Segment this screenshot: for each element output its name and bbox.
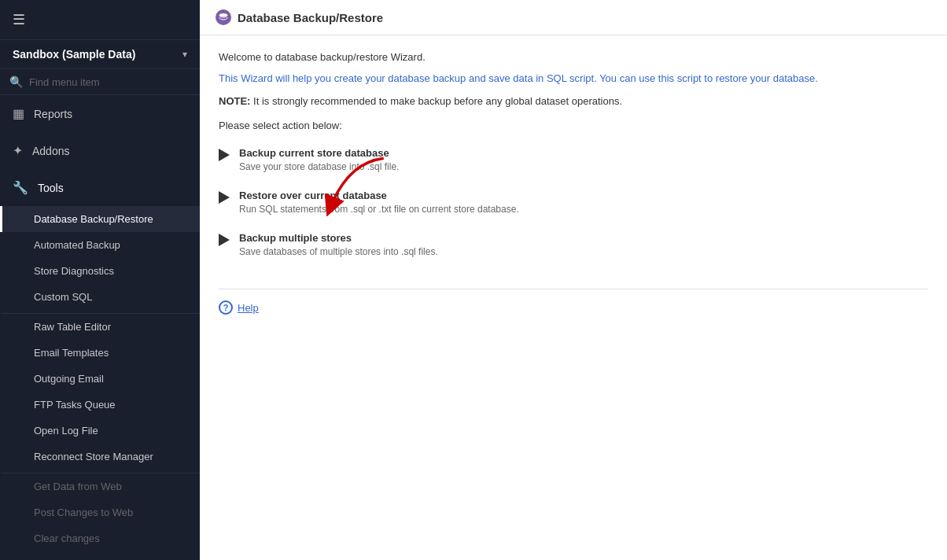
svg-point-0 bbox=[219, 13, 227, 17]
help-icon: ? bbox=[219, 300, 233, 315]
sidebar-header: ☰ bbox=[0, 0, 200, 40]
help-section: ? Help bbox=[219, 289, 928, 326]
reports-icon: ▦ bbox=[13, 106, 24, 121]
store-diagnostics-label: Store Diagnostics bbox=[34, 265, 114, 277]
search-bar: 🔍 bbox=[0, 69, 200, 95]
sidebar-item-open-log-file[interactable]: Open Log File bbox=[0, 418, 200, 444]
search-icon: 🔍 bbox=[9, 76, 23, 88]
page-title: Database Backup/Restore bbox=[238, 11, 383, 24]
store-name: Sandbox (Sample Data) bbox=[13, 48, 135, 61]
content-body: Welcome to database backup/restore Wizar… bbox=[200, 35, 947, 341]
custom-sql-label: Custom SQL bbox=[34, 291, 92, 303]
sidebar-item-database-backup-restore[interactable]: Database Backup/Restore bbox=[0, 206, 200, 232]
email-templates-label: Email Templates bbox=[34, 347, 109, 359]
sidebar-item-raw-table-editor[interactable]: Raw Table Editor bbox=[0, 313, 200, 340]
store-selector[interactable]: Sandbox (Sample Data) ▾ bbox=[0, 40, 200, 69]
sidebar-item-tools[interactable]: 🔧 Tools bbox=[0, 169, 200, 206]
sidebar-item-automated-backup[interactable]: Automated Backup bbox=[0, 232, 200, 258]
action-title-backup-current: Backup current store database bbox=[239, 147, 399, 159]
action-text-backup-current: Backup current store database Save your … bbox=[239, 147, 399, 172]
action-text-restore-over: Restore over current database Run SQL st… bbox=[239, 190, 519, 215]
get-data-from-web-label: Get Data from Web bbox=[34, 481, 122, 492]
sidebar-item-post-changes-to-web: Post Changes to Web bbox=[0, 499, 200, 525]
ftp-tasks-queue-label: FTP Tasks Queue bbox=[34, 399, 116, 411]
select-action-text: Please select action below: bbox=[219, 120, 928, 131]
page-header: Database Backup/Restore bbox=[200, 0, 947, 35]
action-title-restore-over: Restore over current database bbox=[239, 190, 519, 201]
note-content: It is strongly recommended to make backu… bbox=[253, 95, 622, 107]
sidebar-item-get-data-from-web: Get Data from Web bbox=[0, 473, 200, 499]
clear-changes-label: Clear changes bbox=[34, 532, 100, 544]
post-changes-to-web-label: Post Changes to Web bbox=[34, 507, 133, 518]
action-desc-backup-multiple: Save databases of multiple stores into .… bbox=[239, 246, 438, 257]
note-label: NOTE: bbox=[219, 95, 250, 107]
addons-label: Addons bbox=[32, 145, 69, 157]
addons-icon: ✦ bbox=[13, 143, 23, 158]
sidebar-item-store-diagnostics[interactable]: Store Diagnostics bbox=[0, 258, 200, 284]
action-item-backup-current[interactable]: Backup current store database Save your … bbox=[219, 147, 928, 172]
sidebar-item-outgoing-email[interactable]: Outgoing Email bbox=[0, 366, 200, 392]
play-icon-backup-current bbox=[219, 149, 230, 161]
hamburger-menu-icon[interactable]: ☰ bbox=[13, 11, 25, 28]
search-input[interactable] bbox=[29, 76, 190, 88]
reconnect-store-manager-label: Reconnect Store Manager bbox=[34, 451, 153, 462]
sidebar-item-addons[interactable]: ✦ Addons bbox=[0, 132, 200, 169]
sidebar-item-reports[interactable]: ▦ Reports bbox=[0, 95, 200, 132]
welcome-text: Welcome to database backup/restore Wizar… bbox=[219, 51, 928, 63]
automated-backup-label: Automated Backup bbox=[34, 239, 120, 251]
play-icon-restore-over bbox=[219, 191, 230, 204]
tools-submenu: Database Backup/Restore Automated Backup… bbox=[0, 206, 200, 560]
sidebar: ☰ Sandbox (Sample Data) ▾ 🔍 ▦ Reports ✦ … bbox=[0, 0, 200, 560]
sidebar-item-email-templates[interactable]: Email Templates bbox=[0, 340, 200, 366]
action-text-backup-multiple: Backup multiple stores Save databases of… bbox=[239, 232, 438, 257]
sidebar-item-clear-changes: Clear changes bbox=[0, 525, 200, 551]
nav-section: ▦ Reports ✦ Addons 🔧 Tools Database Back… bbox=[0, 95, 200, 560]
note-text: NOTE: It is strongly recommended to make… bbox=[219, 95, 928, 107]
help-link[interactable]: Help bbox=[238, 302, 259, 314]
raw-table-editor-label: Raw Table Editor bbox=[34, 321, 111, 333]
play-icon-backup-multiple bbox=[219, 234, 230, 246]
action-item-restore-over[interactable]: Restore over current database Run SQL st… bbox=[219, 190, 928, 215]
action-desc-restore-over: Run SQL statements from .sql or .txt fil… bbox=[239, 204, 519, 215]
sidebar-item-pending-bridge-data: Pending (Bridge) Data bbox=[0, 551, 200, 560]
database-icon bbox=[216, 9, 231, 25]
action-title-backup-multiple: Backup multiple stores bbox=[239, 232, 438, 244]
open-log-file-label: Open Log File bbox=[34, 425, 98, 437]
database-backup-restore-label: Database Backup/Restore bbox=[34, 213, 153, 225]
main-content: Database Backup/Restore Welcome to datab… bbox=[200, 0, 947, 560]
sidebar-item-ftp-tasks-queue[interactable]: FTP Tasks Queue bbox=[0, 392, 200, 418]
action-desc-backup-current: Save your store database into .sql file. bbox=[239, 161, 399, 172]
tools-label: Tools bbox=[38, 182, 64, 194]
wizard-description: This Wizard will help you create your da… bbox=[219, 72, 928, 84]
chevron-down-icon: ▾ bbox=[182, 49, 187, 60]
sidebar-item-reconnect-store-manager[interactable]: Reconnect Store Manager bbox=[0, 444, 200, 470]
sidebar-item-custom-sql[interactable]: Custom SQL bbox=[0, 284, 200, 310]
tools-icon: 🔧 bbox=[13, 180, 28, 195]
action-item-backup-multiple[interactable]: Backup multiple stores Save databases of… bbox=[219, 232, 928, 257]
outgoing-email-label: Outgoing Email bbox=[34, 373, 104, 385]
reports-label: Reports bbox=[34, 108, 72, 120]
